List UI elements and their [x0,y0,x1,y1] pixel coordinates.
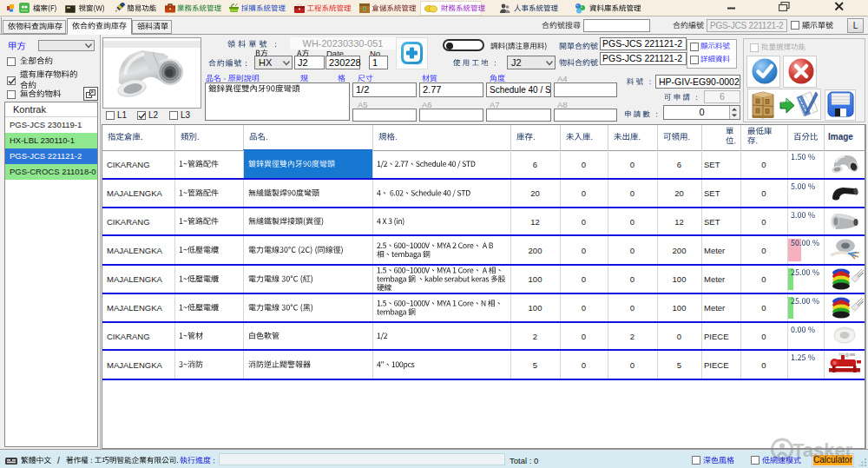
svg-text:Tasker: Tasker [792,439,853,461]
